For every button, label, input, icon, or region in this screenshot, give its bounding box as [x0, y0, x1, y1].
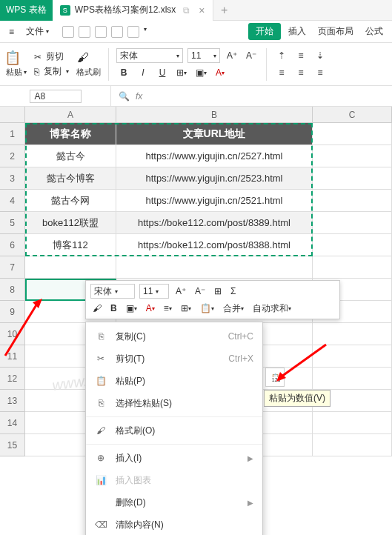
format-painter-button[interactable]: 格式刷	[76, 67, 101, 78]
col-header-a[interactable]: A	[25, 107, 116, 123]
mini-bold-button[interactable]: B	[108, 301, 119, 316]
ctx-clear[interactable]: ⌫清除内容(N)	[86, 514, 262, 535]
cell[interactable]: https://boke112.com/post/8389.html	[116, 212, 313, 234]
font-select[interactable]: 宋体▾	[116, 48, 183, 63]
cell[interactable]	[313, 167, 392, 190]
row-header[interactable]: 5	[0, 212, 25, 234]
cell[interactable]: https://www.yigujin.cn/2521.html	[116, 190, 313, 212]
cell[interactable]: https://www.yigujin.cn/2523.html	[116, 167, 313, 190]
ctx-paste-special[interactable]: ⎘选择性粘贴(S)	[86, 392, 262, 414]
row-header[interactable]: 6	[0, 234, 25, 256]
cut-button[interactable]: ✂剪切	[34, 50, 69, 63]
ctx-paste[interactable]: 📋粘贴(P)	[86, 370, 262, 392]
cell[interactable]: https://boke112.com/post/8388.html	[116, 234, 313, 256]
row-header[interactable]: 13	[0, 390, 25, 412]
cell[interactable]	[313, 123, 392, 145]
qa-more-icon[interactable]: ▾	[144, 26, 147, 38]
menu-hamburger[interactable]: ≡	[4, 25, 19, 39]
mini-autosum-button[interactable]: 自动求和▾	[250, 301, 293, 316]
bold-button[interactable]: B	[116, 65, 131, 80]
row-header[interactable]: 3	[0, 167, 25, 190]
cell[interactable]: 懿古今	[25, 145, 116, 167]
mini-fill-button[interactable]: ▣▾	[124, 301, 139, 316]
cell[interactable]: 博客112	[25, 234, 116, 256]
mini-decrease-font-icon[interactable]: A⁻	[193, 284, 207, 299]
tab-formula[interactable]: 公式	[361, 24, 388, 39]
print-icon[interactable]	[79, 26, 90, 38]
cell[interactable]	[313, 212, 392, 234]
ctx-delete[interactable]: 删除(D)▶	[86, 491, 262, 514]
cell[interactable]: 懿古今博客	[25, 167, 116, 190]
zoom-icon[interactable]: 🔍	[119, 91, 130, 102]
col-header-b[interactable]: B	[116, 107, 313, 123]
cell[interactable]: 文章URL地址	[116, 123, 313, 145]
ctx-copy[interactable]: ⎘复制(C)Ctrl+C	[86, 325, 262, 348]
close-tab-icon[interactable]: ×	[199, 4, 205, 16]
tab-layout[interactable]: 页面布局	[313, 24, 358, 39]
ctx-insert[interactable]: ⊕插入(I)▶	[86, 447, 262, 469]
align-center-icon[interactable]: ≡	[293, 65, 308, 80]
decrease-font-icon[interactable]: A⁻	[244, 48, 259, 63]
row-header[interactable]: 7	[0, 256, 25, 279]
cell[interactable]: https://www.yigujin.cn/2527.html	[116, 145, 313, 167]
ctx-cut[interactable]: ✂剪切(T)Ctrl+X	[86, 348, 262, 370]
redo-icon[interactable]	[127, 26, 139, 38]
fill-color-button[interactable]: ▣▾	[193, 65, 208, 80]
row-header[interactable]: 15	[0, 434, 25, 456]
row-header[interactable]: 12	[0, 368, 25, 390]
cell[interactable]	[313, 256, 392, 279]
name-box[interactable]: A8	[30, 90, 82, 103]
align-middle-icon[interactable]: ≡	[293, 48, 308, 63]
font-color-button[interactable]: A▾	[213, 65, 227, 80]
cell[interactable]	[313, 434, 392, 456]
undo-icon[interactable]	[111, 26, 123, 38]
cell[interactable]	[116, 256, 313, 279]
align-bottom-icon[interactable]: ⇣	[313, 48, 328, 63]
cell[interactable]: boke112联盟	[25, 212, 116, 234]
size-select[interactable]: 11▾	[187, 48, 220, 63]
paste-button[interactable]: 粘贴▾	[6, 67, 27, 78]
cell[interactable]: 懿古今网	[25, 190, 116, 212]
row-header[interactable]: 2	[0, 145, 25, 167]
mini-size-select[interactable]: 11▾	[139, 284, 169, 299]
row-header[interactable]: 1	[0, 123, 25, 145]
fx-label[interactable]: fx	[136, 91, 142, 102]
row-header[interactable]: 14	[0, 412, 25, 434]
mini-format-button[interactable]: 📋▾	[198, 301, 216, 316]
paste-icon[interactable]: 📋	[6, 51, 19, 64]
mini-merge-button[interactable]: 合并▾	[221, 301, 246, 316]
cell[interactable]: 博客名称	[25, 123, 116, 145]
align-right-icon[interactable]: ≡	[313, 65, 328, 80]
save-icon[interactable]	[62, 26, 74, 38]
mini-font-select[interactable]: 宋体▾	[90, 284, 135, 299]
format-painter-icon[interactable]: 🖌	[76, 51, 90, 64]
border-button[interactable]: ⊞▾	[174, 65, 189, 80]
mini-format-painter-icon[interactable]: 🖌	[90, 301, 104, 316]
col-header-c[interactable]: C	[313, 107, 392, 123]
add-tab-button[interactable]: +	[213, 4, 236, 17]
underline-button[interactable]: U	[155, 65, 170, 80]
cell[interactable]	[313, 234, 392, 256]
mini-autosum-icon[interactable]: Σ	[228, 284, 238, 299]
document-tab[interactable]: S WPS表格练习案例12.xlsx ⧉ ×	[53, 0, 213, 21]
copy-button[interactable]: ⎘复制▾	[34, 65, 69, 78]
preview-icon[interactable]	[95, 26, 107, 38]
file-menu[interactable]: 文件▾	[21, 24, 53, 39]
align-top-icon[interactable]: ⇡	[274, 48, 289, 63]
tab-insert[interactable]: 插入	[284, 24, 310, 39]
mini-align-button[interactable]: ≡▾	[162, 301, 174, 316]
tab-start[interactable]: 开始	[248, 23, 281, 40]
mini-increase-font-icon[interactable]: A⁺	[173, 284, 188, 299]
mini-font-color-button[interactable]: A▾	[144, 301, 157, 316]
ctx-format-painter[interactable]: 🖌格式刷(O)	[86, 419, 262, 442]
align-left-icon[interactable]: ≡	[274, 65, 289, 80]
italic-button[interactable]: I	[136, 65, 150, 80]
duplicate-tab-icon[interactable]: ⧉	[183, 5, 190, 16]
cell[interactable]	[25, 256, 116, 279]
increase-font-icon[interactable]: A⁺	[225, 48, 239, 63]
select-all-corner[interactable]	[0, 107, 25, 123]
cell[interactable]	[313, 145, 392, 167]
row-header[interactable]: 4	[0, 190, 25, 212]
cell[interactable]	[313, 412, 392, 434]
cell[interactable]	[313, 190, 392, 212]
